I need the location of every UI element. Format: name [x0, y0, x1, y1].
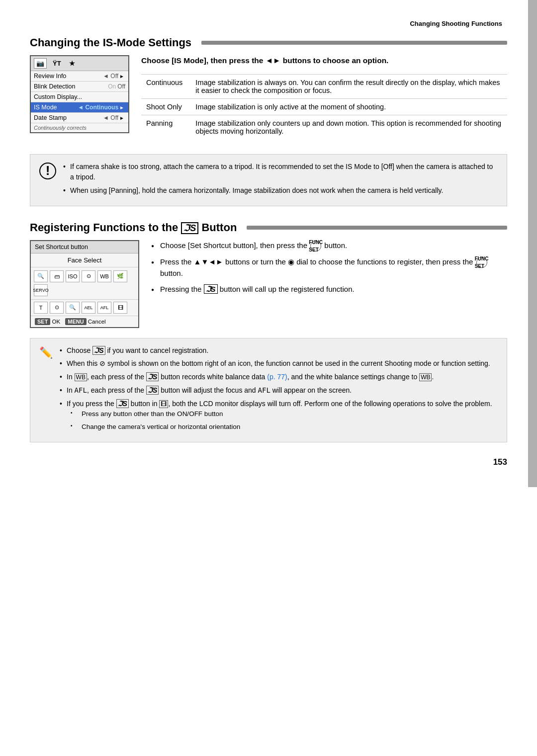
note-box: ✏️ Choose ℑS if you want to cancel regis… [30, 338, 507, 442]
icon-scene: 🔍 [34, 270, 48, 282]
camera-menu-screenshot: 📷 ŸT ★ Review Info ◄ Off ► Blink Detecti… [30, 55, 129, 133]
menu-row-review: Review Info ◄ Off ► [31, 71, 128, 82]
icon-film: 🎞 [113, 302, 127, 314]
note-item-5: If you press the ℑS button in 🎞, both th… [60, 399, 492, 433]
note-sub-2: Change the camera's vertical or horizont… [71, 422, 492, 432]
menu-row-datestamp: Date Stamp ◄ Off ► [31, 113, 128, 123]
shortcut-menu: Set Shortcut button Face Select 🔍 🗃 ISO … [30, 240, 139, 328]
shortcut-menu-icons-row1: 🔍 🗃 ISO ⊙ WB 🌿 SERVO [31, 267, 138, 300]
reg-instructions: Choose [Set Shortcut button], then press… [151, 240, 507, 295]
btn-menu: MENU Cancel [65, 319, 105, 325]
page-number: 153 [30, 457, 507, 467]
btn-set: SET OK [35, 319, 60, 325]
is-mode-right: Choose [IS Mode], then press the ◄► butt… [141, 55, 507, 139]
shortcut-menu-header: Set Shortcut button [31, 241, 138, 253]
menu-row-blink: Blink Detection On Off [31, 82, 128, 92]
note-item-4: In AFL, each press of the ℑS button will… [60, 385, 492, 396]
shortcut-menu-footer: SET OK MENU Cancel [31, 316, 138, 327]
note-text: Choose ℑS if you want to cancel registra… [60, 345, 492, 435]
icon-afl: AFL [97, 302, 111, 314]
icon-face: 🗃 [50, 270, 64, 282]
is-mode-heading: Changing the IS-Mode Settings [30, 36, 507, 49]
func-btn-2: FUNCSET [476, 257, 487, 268]
reg-instruction-3: Pressing the ℑS button will call up the … [151, 284, 507, 295]
is-mode-content: 📷 ŸT ★ Review Info ◄ Off ► Blink Detecti… [30, 55, 507, 139]
icon-target: ⊙ [50, 302, 64, 314]
camera-menu-tabs: 📷 ŸT ★ [31, 56, 128, 71]
menu-row-custom: Custom Display... [31, 92, 128, 102]
icon-leaf: 🌿 [113, 270, 127, 282]
note-item-3: In WB, each press of the ℑS button recor… [60, 372, 492, 383]
camera-menu-footer: Continuously corrects [31, 123, 128, 132]
is-options-table: Continuous Image stabilization is always… [141, 74, 507, 139]
note-icon: ✏️ [39, 346, 53, 359]
tab-camera: 📷 [34, 58, 47, 69]
icon-servo: SERVO [34, 284, 48, 296]
icon-ael: AEL [82, 302, 95, 314]
page-header: Changing Shooting Functions [30, 20, 507, 27]
notice-item-1: If camera shake is too strong, attach th… [63, 162, 498, 183]
notice-item-2: When using [Panning], hold the camera ho… [63, 185, 498, 196]
shortcut-menu-title: Face Select [31, 253, 138, 267]
func-btn-1: FUNCSET [310, 241, 321, 252]
reg-content: Set Shortcut button Face Select 🔍 🗃 ISO … [30, 240, 507, 328]
note-sub-1: Press any button other than the ON/OFF b… [71, 409, 492, 420]
icon-circle: ⊙ [82, 270, 95, 282]
option-panning: Panning Image stabilization only counter… [141, 115, 507, 139]
heading-bar [201, 41, 507, 45]
reg-heading-bar [247, 226, 507, 230]
note-item-1: Choose ℑS if you want to cancel registra… [60, 345, 492, 356]
notice-box: ! If camera shake is too strong, attach … [30, 154, 507, 206]
reg-heading: Registering Functions to the ℑS Button [30, 221, 507, 234]
icon-magnify: 🔍 [66, 302, 80, 314]
tab-settings: ŸT [51, 59, 63, 68]
option-shootonly: Shoot Only Image stabilization is only a… [141, 98, 507, 115]
note-item-2: When this ⊘ symbol is shown on the botto… [60, 358, 492, 369]
reg-section: Registering Functions to the ℑS Button S… [30, 221, 507, 328]
page: Changing Shooting Functions Changing the… [0, 0, 537, 487]
shortcut-menu-icons-row2: T ⊙ 🔍 AEL AFL 🎞 [31, 300, 138, 316]
icon-t: T [34, 302, 48, 314]
header-title: Changing Shooting Functions [410, 20, 502, 27]
icon-iso: ISO [66, 270, 80, 282]
menu-row-ismode: IS Mode ◄ Continuous ► [31, 102, 128, 113]
is-instruction: Choose [IS Mode], then press the ◄► butt… [141, 55, 507, 66]
reg-instruction-2: Press the ▲▼◄► buttons or turn the ◉ dia… [151, 256, 507, 279]
is-mode-heading-text: Changing the IS-Mode Settings [30, 36, 191, 49]
icon-wb: WB [97, 270, 111, 282]
notice-text: If camera shake is too strong, attach th… [63, 162, 498, 199]
sidebar-bar [528, 0, 537, 487]
is-mode-section: Changing the IS-Mode Settings 📷 ŸT ★ Rev… [30, 36, 507, 139]
reg-instruction-1: Choose [Set Shortcut button], then press… [151, 240, 507, 252]
notice-icon: ! [39, 163, 56, 179]
reg-right: Choose [Set Shortcut button], then press… [151, 240, 507, 300]
tab-star: ★ [67, 59, 77, 68]
option-continuous: Continuous Image stabilization is always… [141, 74, 507, 98]
reg-heading-text: Registering Functions to the ℑS Button [30, 221, 237, 234]
